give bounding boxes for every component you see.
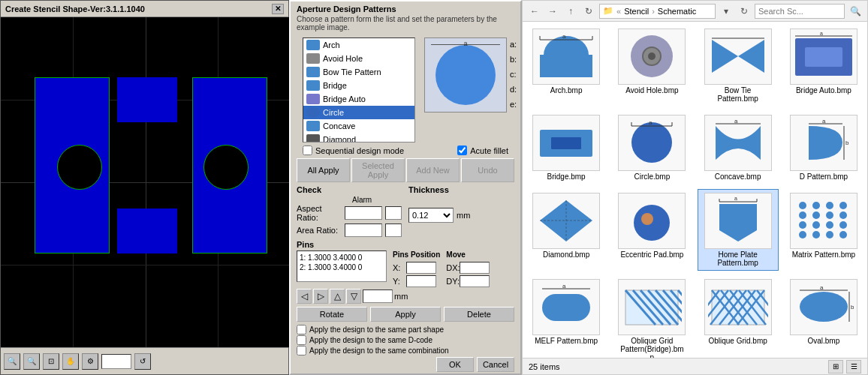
move-left-button[interactable]: ◁ — [297, 289, 312, 304]
dropdown-button[interactable]: ▾ — [719, 4, 734, 19]
param-e-input[interactable]: 0 — [520, 98, 522, 111]
dx-input[interactable]: 0.0 — [460, 262, 490, 274]
move-down-button[interactable]: ▽ — [346, 289, 361, 304]
thumbnail-item-eccentric_pad[interactable]: Eccentric Pad.bmp — [611, 189, 692, 271]
pattern-item-diamond[interactable]: Diamond — [303, 133, 414, 142]
path-schematic[interactable]: Schematic — [658, 7, 696, 16]
svg-point-41 — [826, 202, 833, 209]
up-button[interactable]: ↑ — [563, 4, 578, 19]
pins-title: Pins — [297, 240, 514, 249]
delete-button[interactable]: Delete — [444, 307, 514, 322]
pattern-icon-diamond — [306, 134, 320, 142]
thickness-select[interactable]: 0.12 — [408, 208, 454, 223]
param-a-label: a: — [510, 40, 519, 49]
pin-item[interactable]: 2: 1.3000 3.4000 0 — [299, 262, 384, 272]
pattern-item-arch[interactable]: Arch — [303, 38, 414, 52]
apply-checkbox-0[interactable] — [297, 325, 306, 334]
svg-marker-34 — [719, 204, 757, 242]
thumbnail-item-home_plate[interactable]: a Home Plate Pattern.bmp — [698, 189, 779, 271]
settings-button[interactable]: ⚙ — [82, 353, 98, 370]
thumbnail-item-melf[interactable]: a MELF Pattern.bmp — [526, 275, 607, 358]
param-a-input[interactable]: 1.5996 — [520, 38, 522, 51]
thumbnail-item-oval[interactable]: a b Oval.bmp — [783, 275, 864, 358]
add-new-button[interactable]: Add New — [406, 158, 460, 182]
acute-fillet-label: Acute fillet — [470, 146, 508, 155]
cancel-button[interactable]: Cancel — [477, 357, 514, 372]
param-d-input[interactable]: 0 — [520, 82, 522, 96]
browser-path[interactable]: 📁 « Stencil › Schematic — [599, 4, 716, 19]
move-right-button[interactable]: ▷ — [313, 289, 328, 304]
move-up-button[interactable]: △ — [330, 289, 345, 304]
search-input[interactable] — [755, 4, 845, 19]
apply-button[interactable]: Apply — [370, 307, 441, 322]
pattern-preview: a — [424, 38, 507, 112]
pattern-item-bridge[interactable]: Bridge — [303, 79, 414, 92]
thumbnail-item-oblique_bridge[interactable]: Oblique Grid Pattern(Bridge).bmp — [611, 275, 692, 358]
thumbnail-label-home_plate: Home Plate Pattern.bmp — [704, 250, 772, 267]
pattern-item-avoid_hole[interactable]: Avoid Hole — [303, 52, 414, 65]
thumbnail-item-bridge_auto[interactable]: a Bridge Auto.bmp — [783, 25, 864, 106]
thumbnail-item-diamond[interactable]: Diamond.bmp — [526, 189, 607, 271]
pins-list[interactable]: 1: 1.3000 3.4000 02: 1.3000 3.4000 0 — [297, 250, 387, 282]
pattern-label-concave: Concave — [323, 122, 355, 130]
y-input[interactable]: 0.0 — [406, 275, 436, 287]
thumbnail-item-d_pattern[interactable]: a b D Pattern.bmp — [783, 111, 864, 184]
grid-view-button[interactable]: ⊞ — [828, 360, 843, 374]
svg-point-45 — [826, 212, 833, 219]
area-ratio-input[interactable]: 0.66 — [345, 224, 382, 237]
path-stencil[interactable]: Stencil — [624, 7, 649, 16]
pattern-icon-avoid_hole — [306, 53, 320, 64]
area-ratio-alarm[interactable] — [385, 224, 402, 237]
all-apply-button[interactable]: All Apply — [297, 158, 350, 182]
pattern-item-concave[interactable]: Concave — [303, 119, 414, 133]
move-value-input[interactable]: 0.1 — [363, 290, 393, 303]
zoom-input[interactable]: 90 — [101, 354, 131, 369]
thumbnail-item-concave[interactable]: a Concave.bmp — [698, 111, 779, 184]
svg-text:a: a — [649, 119, 653, 126]
zoom-fit-button[interactable]: ⊡ — [43, 353, 59, 370]
pattern-item-bow_tie[interactable]: Bow Tie Pattern — [303, 65, 414, 79]
thumbnail-item-arch[interactable]: a Arch.bmp — [526, 25, 607, 106]
aspect-ratio-alarm[interactable] — [385, 206, 402, 220]
thumbnail-item-bridge[interactable]: Bridge.bmp — [526, 111, 607, 184]
sequential-checkbox[interactable] — [303, 146, 312, 155]
aspect-ratio-input[interactable]: 1.5 — [345, 206, 382, 220]
search-icon[interactable]: 🔍 — [848, 4, 863, 19]
svg-rect-67 — [712, 290, 764, 325]
thumbnail-item-matrix[interactable]: Matrix Pattern.bmp — [783, 189, 864, 271]
svg-text:a: a — [734, 118, 738, 124]
rotate-button[interactable]: Rotate — [297, 307, 367, 322]
refresh-nav-button[interactable]: ↻ — [581, 4, 596, 19]
x-input[interactable]: 0.0 — [406, 262, 436, 274]
apply-checkbox-1[interactable] — [297, 335, 306, 345]
svg-text:a: a — [820, 284, 824, 291]
param-c-input[interactable]: 0 — [520, 68, 522, 81]
pattern-list[interactable]: ArchAvoid HoleBow Tie PatternBridgeBridg… — [303, 38, 415, 142]
pin-item[interactable]: 1: 1.3000 3.4000 0 — [299, 253, 384, 262]
pattern-item-bridge_auto[interactable]: Bridge Auto — [303, 92, 414, 106]
list-view-button[interactable]: ☰ — [846, 360, 861, 374]
zoom-in-button[interactable]: 🔍 — [23, 353, 40, 370]
forward-button[interactable]: → — [545, 4, 560, 19]
thumbnail-item-avoid_hole[interactable]: Avoid Hole.bmp — [611, 25, 692, 106]
acute-fillet-checkbox[interactable] — [457, 146, 467, 155]
thickness-unit: mm — [457, 211, 470, 220]
dy-input[interactable]: 0.0 — [460, 275, 490, 287]
close-button[interactable]: ✕ — [272, 4, 284, 14]
pan-button[interactable]: ✋ — [62, 353, 79, 370]
back-button[interactable]: ← — [527, 4, 542, 19]
ok-button[interactable]: OK — [436, 357, 474, 372]
refresh-button[interactable]: ↺ — [134, 353, 151, 370]
pattern-item-circle[interactable]: Circle — [303, 106, 414, 119]
path-refresh-button[interactable]: ↻ — [737, 4, 752, 19]
thumbnail-item-oblique_grid[interactable]: Oblique Grid.bmp — [698, 275, 779, 358]
apply-checkbox-2[interactable] — [297, 346, 306, 356]
svg-point-43 — [799, 212, 806, 219]
selected-apply-button[interactable]: Selected Apply — [351, 158, 405, 182]
thumbnail-item-circle[interactable]: a Circle.bmp — [611, 111, 692, 184]
thumbnail-item-bow_tie[interactable]: Bow Tie Pattern.bmp — [698, 25, 779, 106]
param-b-input[interactable]: 3.4 — [520, 52, 522, 66]
undo-button[interactable]: Undo — [461, 158, 514, 182]
action-buttons: All Apply Selected Apply Add New Undo — [297, 158, 514, 182]
zoom-out-button[interactable]: 🔍 — [4, 353, 20, 370]
